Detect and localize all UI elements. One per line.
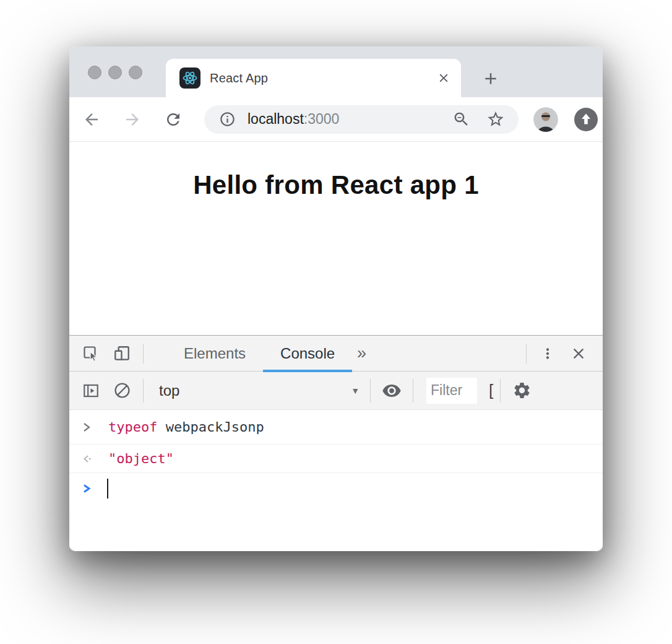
url-port: :3000: [304, 111, 340, 128]
window-controls: [88, 66, 142, 79]
tab-console-label: Console: [280, 345, 335, 362]
tab-close-icon[interactable]: [436, 71, 451, 85]
window-zoom-button[interactable]: [129, 66, 142, 79]
clear-console-button[interactable]: [108, 378, 136, 403]
window-minimize-button[interactable]: [108, 66, 122, 79]
more-tabs-chevron-icon[interactable]: »: [357, 344, 366, 363]
devtools-close-button[interactable]: [564, 341, 593, 366]
browser-window: React App: [69, 46, 603, 551]
tab-title: React App: [210, 71, 268, 85]
toolbar-divider: [500, 379, 501, 402]
device-toolbar-button[interactable]: [108, 341, 136, 366]
plus-icon: [481, 69, 500, 88]
console-toolbar: top ▼ [: [69, 372, 603, 410]
tab-elements-label: Elements: [184, 345, 246, 362]
address-toolbar: localhost:3000: [69, 97, 603, 142]
tab-elements[interactable]: Elements: [166, 336, 263, 372]
result-return-arrow-icon: [82, 454, 93, 464]
console-filter-input[interactable]: [426, 378, 477, 404]
kebab-menu-icon: [540, 346, 556, 362]
console-command-text: typeof webpackJsonp: [108, 419, 264, 435]
tab-strip: React App: [69, 46, 603, 97]
code-token: webpackJsonp: [157, 419, 264, 435]
toolbar-divider: [370, 379, 371, 402]
page-content: Hello from React app 1: [69, 142, 603, 335]
device-phone-tablet-icon: [113, 344, 131, 363]
info-icon[interactable]: [218, 110, 236, 129]
execution-context-selector[interactable]: top ▼: [159, 382, 363, 399]
update-arrow-icon[interactable]: [574, 108, 598, 131]
console-result-value: "object": [108, 451, 174, 466]
devtools-menu-button[interactable]: [533, 341, 562, 366]
devtools-main-toolbar: Elements Console »: [69, 336, 603, 372]
sidebar-panel-icon: [82, 381, 100, 400]
console-command-row: typeof webpackJsonp: [69, 410, 603, 445]
back-button[interactable]: [79, 107, 104, 132]
back-arrow-icon: [82, 110, 101, 129]
log-levels-truncated-control[interactable]: [: [489, 381, 493, 400]
console-settings-button[interactable]: [507, 378, 536, 403]
toolbar-divider: [526, 344, 527, 363]
desktop-background: React App: [0, 0, 672, 644]
forward-arrow-icon: [123, 110, 142, 129]
console-result-row: "object": [69, 445, 603, 473]
toolbar-divider: [143, 379, 144, 402]
live-expression-button[interactable]: [377, 378, 406, 403]
text-cursor: [107, 479, 108, 498]
reload-icon: [164, 110, 183, 129]
input-chevron-icon: [82, 422, 93, 433]
keyword-token: typeof: [108, 419, 157, 435]
ban-circle-icon: [113, 381, 131, 399]
profile-avatar[interactable]: [533, 107, 558, 132]
page-title: Hello from React app 1: [193, 170, 479, 335]
devtools-toolbar-right: [519, 341, 593, 366]
toolbar-divider: [143, 344, 144, 363]
forward-button[interactable]: [120, 107, 145, 132]
address-bar[interactable]: localhost:3000: [204, 105, 519, 134]
gear-icon: [512, 381, 532, 400]
inspect-cursor-icon: [82, 344, 100, 363]
react-favicon-icon: [179, 67, 200, 89]
eye-icon: [382, 381, 402, 401]
devtools-tabs: Elements Console: [166, 336, 352, 372]
active-tab-indicator: [263, 370, 352, 372]
tab-console[interactable]: Console: [263, 336, 352, 372]
close-icon: [570, 345, 587, 362]
reload-button[interactable]: [161, 107, 186, 132]
url-host: localhost: [248, 111, 304, 128]
browser-tab[interactable]: React App: [166, 59, 461, 97]
inspect-element-button[interactable]: [77, 341, 105, 366]
context-label: top: [159, 382, 179, 399]
chevron-down-icon: ▼: [351, 386, 360, 396]
console-prompt-row[interactable]: [69, 473, 603, 504]
toolbar-divider: [413, 379, 413, 402]
prompt-chevron-icon: [82, 483, 93, 494]
devtools-panel: Elements Console »: [69, 335, 603, 551]
new-tab-button[interactable]: [481, 69, 501, 89]
zoom-out-icon[interactable]: [452, 110, 470, 129]
console-sidebar-button[interactable]: [77, 378, 105, 403]
bookmark-star-icon[interactable]: [486, 110, 505, 129]
window-close-button[interactable]: [88, 66, 101, 79]
console-output: typeof webpackJsonp "object": [69, 410, 603, 551]
